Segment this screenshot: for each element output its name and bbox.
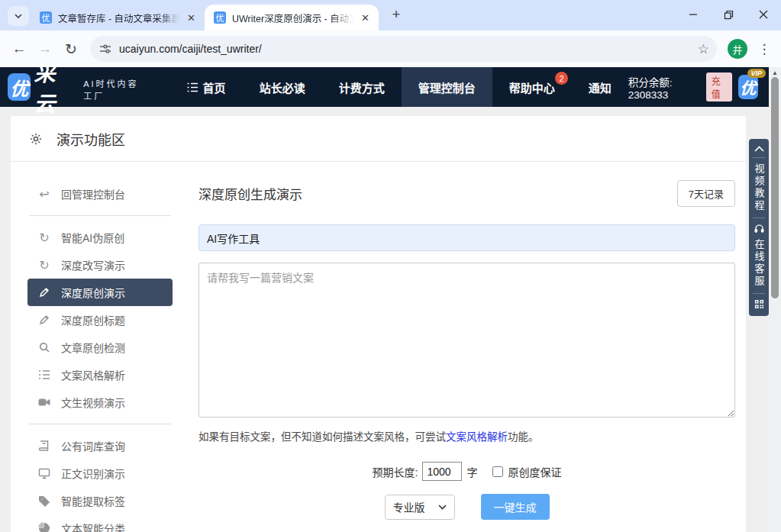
sidebar-item-originality-check[interactable]: 文章原创检测: [27, 334, 173, 361]
sidebar-item-label: 正文识别演示: [61, 466, 125, 481]
address-bar[interactable]: ucaiyun.com/caiji/test_uwriter/ ☆: [90, 36, 717, 62]
panel-divider: [753, 218, 765, 218]
nav-item-billing[interactable]: 计费方式: [322, 67, 402, 107]
new-tab-button[interactable]: +: [386, 5, 406, 24]
tab-search-button[interactable]: [8, 6, 29, 26]
sidebar-item-back-console[interactable]: ↩ 回管理控制台: [27, 180, 173, 208]
panel-divider: [753, 293, 765, 294]
sidebar-item-content-recognition[interactable]: 正文识别演示: [27, 459, 173, 487]
sidebar-item-text-to-video[interactable]: 文生视频演示: [27, 389, 173, 416]
scrollbar-thumb[interactable]: [771, 77, 779, 298]
content-card: 演示功能区 ↩ 回管理控制台 ↻ 智能AI伪原创 ↻ 深度改写演示 深度原创演示: [11, 116, 746, 532]
logo-square: 优: [8, 73, 31, 101]
browser-tab-2-active[interactable]: 优 UWriter深度原创演示 - 自动文 ✕: [205, 5, 379, 31]
seven-day-records-button[interactable]: 7天记录: [677, 180, 735, 207]
tab-favicon: 优: [40, 11, 52, 24]
nav-item-home[interactable]: 首页: [170, 67, 243, 107]
page-title: 演示功能区: [56, 129, 125, 149]
tab-close-icon[interactable]: ✕: [360, 12, 371, 24]
hint-prefix: 如果有目标文案，但不知道如何描述文案风格，可尝试: [198, 431, 446, 443]
main-header: 深度原创生成演示 7天记录: [198, 180, 735, 207]
tab-close-icon[interactable]: ✕: [186, 12, 197, 24]
browser-titlebar: 优 文章暂存库 - 自动文章采集器-优 ✕ 优 UWriter深度原创演示 - …: [0, 0, 781, 31]
version-select-value: 专业版: [393, 499, 425, 514]
sidebar-item-extract-tags[interactable]: 智能提取标签: [27, 487, 173, 514]
nav-item-must-read[interactable]: 站长必读: [243, 67, 322, 107]
chevron-down-icon: [438, 505, 447, 510]
tab-favicon: 优: [214, 11, 226, 24]
return-arrow-icon: ↩: [38, 187, 50, 202]
online-service-button[interactable]: 在线客服: [752, 239, 766, 288]
style-analysis-link[interactable]: 文案风格解析: [446, 431, 508, 443]
prompt-textarea[interactable]: [198, 263, 735, 418]
length-unit: 字: [466, 464, 477, 479]
nav-item-label: 通知: [589, 79, 612, 95]
sidebar-item-deep-original[interactable]: 深度原创演示: [27, 279, 173, 306]
video-camera-icon: [38, 396, 50, 408]
scroll-top-icon[interactable]: [754, 146, 764, 152]
vip-badge: VIP: [747, 69, 766, 78]
video-tutorial-button[interactable]: 视频教程: [752, 163, 766, 212]
sidebar-item-label: 智能提取标签: [61, 493, 125, 508]
sidebar: ↩ 回管理控制台 ↻ 智能AI伪原创 ↻ 深度改写演示 深度原创演示 深度原创标…: [27, 180, 173, 532]
sidebar-item-label: 深度原创标题: [61, 312, 125, 327]
tag-icon: [38, 495, 50, 507]
nav-item-label: 首页: [203, 79, 226, 95]
page-header: 演示功能区: [11, 116, 746, 162]
browser-toolbar: ← → ↻ ucaiyun.com/caiji/test_uwriter/ ☆ …: [0, 31, 781, 67]
generate-button[interactable]: 一键生成: [481, 494, 550, 520]
browser-tab-1[interactable]: 优 文章暂存库 - 自动文章采集器-优 ✕: [31, 5, 205, 31]
topic-input[interactable]: [198, 224, 735, 251]
length-input[interactable]: [422, 462, 462, 481]
floating-help-panel: 视频教程 在线客服: [749, 139, 769, 316]
nav-item-label: 帮助中心: [509, 79, 555, 95]
nav-item-console[interactable]: 管理控制台: [402, 67, 492, 107]
nav-right-section: 积分余额: 2308333 充值 优 VIP: [628, 73, 758, 102]
logo-text: 采云: [34, 56, 73, 118]
length-label: 预期长度:: [373, 464, 418, 479]
recharge-button[interactable]: 充值: [706, 73, 732, 102]
qr-code-icon[interactable]: [754, 299, 764, 309]
minimize-button[interactable]: [676, 0, 711, 29]
nav-item-label: 管理控制台: [418, 79, 476, 95]
sidebar-item-ai-rewrite[interactable]: ↻ 智能AI伪原创: [27, 224, 173, 251]
nav-item-notice[interactable]: 通知: [572, 67, 628, 107]
length-control-row: 预期长度: 字 原创度保证: [198, 462, 735, 481]
nav-item-label: 计费方式: [339, 79, 385, 95]
minimize-icon: [689, 10, 698, 19]
search-icon: [38, 341, 50, 353]
sidebar-item-public-lexicon[interactable]: 公有词库查询: [27, 432, 173, 459]
restore-icon: [724, 10, 734, 20]
sidebar-item-label: 文章原创检测: [61, 340, 125, 355]
originality-checkbox[interactable]: [492, 466, 503, 477]
sidebar-item-label: 文案风格解析: [61, 367, 125, 382]
bookmark-star-icon[interactable]: ☆: [698, 41, 709, 57]
sidebar-item-deep-rewrite[interactable]: ↻ 深度改写演示: [27, 251, 173, 279]
form-title: 深度原创生成演示: [198, 184, 302, 203]
sidebar-divider: [29, 424, 171, 424]
restore-button[interactable]: [711, 0, 746, 29]
edit-icon: [38, 314, 50, 326]
monitor-icon: [38, 467, 50, 479]
sidebar-item-label: 文生视频演示: [61, 395, 125, 410]
sidebar-item-label: 智能AI伪原创: [61, 230, 124, 245]
points-balance: 积分余额: 2308333: [628, 74, 700, 101]
refresh-icon: ↻: [38, 231, 50, 245]
browser-menu-icon[interactable]: ⋮: [754, 41, 775, 57]
url-text[interactable]: ucaiyun.com/caiji/test_uwriter/: [119, 43, 698, 55]
sidebar-item-text-classification[interactable]: 文本智能分类: [27, 514, 173, 532]
site-info-icon[interactable]: [99, 43, 111, 55]
version-select[interactable]: 专业版: [385, 495, 455, 520]
user-avatar[interactable]: 优 VIP: [738, 75, 758, 99]
scrollbar-up-arrow[interactable]: ▲: [769, 67, 781, 78]
browser-profile-avatar[interactable]: 井: [728, 39, 747, 59]
close-window-button[interactable]: [746, 0, 781, 29]
chevron-down-icon: [14, 11, 23, 21]
sidebar-item-style-analysis[interactable]: 文案风格解析: [27, 361, 173, 389]
pie-chart-icon: [38, 522, 50, 532]
numbered-list-icon: [38, 369, 50, 381]
sidebar-item-deep-title[interactable]: 深度原创标题: [27, 306, 173, 334]
screen: 优 文章暂存库 - 自动文章采集器-优 ✕ 优 UWriter深度原创演示 - …: [0, 0, 781, 532]
site-logo[interactable]: 优 采云: [8, 56, 73, 118]
page-scrollbar[interactable]: ▲: [769, 67, 781, 532]
